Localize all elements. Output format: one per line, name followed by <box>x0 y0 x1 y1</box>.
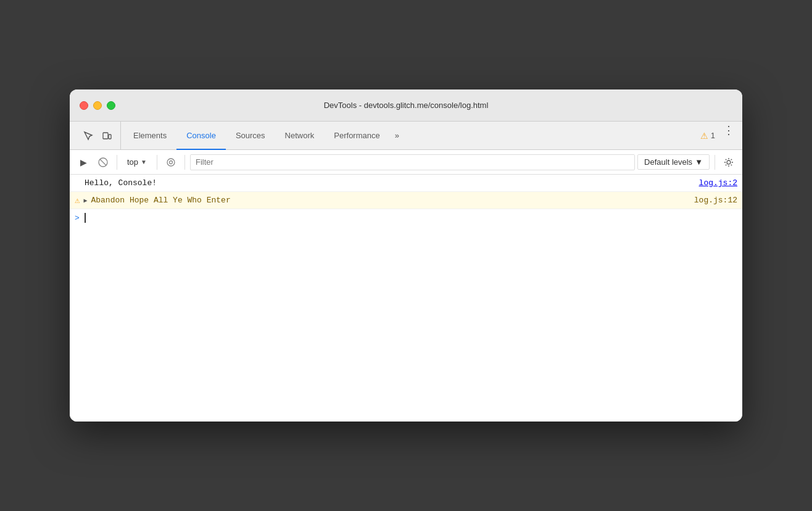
tab-elements[interactable]: Elements <box>123 122 176 150</box>
warning-link-1[interactable]: log.js:12 <box>694 196 737 205</box>
svg-point-4 <box>167 159 175 166</box>
console-content: Hello, Console! log.js:2 ⚠ ▶ Abandon Hop… <box>70 175 742 422</box>
toolbar-divider-4 <box>715 155 715 170</box>
tab-sources[interactable]: Sources <box>226 122 275 150</box>
warning-row-icon: ⚠ <box>75 195 80 206</box>
svg-line-3 <box>100 159 106 165</box>
svg-point-5 <box>169 160 172 164</box>
log-link-1[interactable]: log.js:2 <box>699 178 737 188</box>
toolbar-divider-3 <box>184 155 185 170</box>
devtools-menu-button[interactable]: ⋮ <box>720 122 737 139</box>
toolbar-divider-1 <box>117 155 117 170</box>
minimize-button[interactable] <box>93 101 102 110</box>
devtools-window: DevTools - devtools.glitch.me/console/lo… <box>70 89 742 422</box>
context-dropdown-arrow-icon: ▼ <box>141 159 147 165</box>
toolbar-icon-group <box>75 122 121 149</box>
title-bar: DevTools - devtools.glitch.me/console/lo… <box>70 89 742 122</box>
preserve-log-button[interactable] <box>162 154 180 171</box>
maximize-button[interactable] <box>107 101 115 110</box>
toolbar-divider-2 <box>157 155 157 170</box>
clear-console-button[interactable] <box>94 154 112 171</box>
tab-console[interactable]: Console <box>176 122 226 150</box>
log-levels-button[interactable]: Default levels ▼ <box>637 154 710 170</box>
context-selector[interactable]: top ▼ <box>122 156 152 168</box>
device-toolbar-button[interactable] <box>98 127 115 144</box>
warning-icon: ⚠ <box>700 131 708 141</box>
close-button[interactable] <box>80 101 88 110</box>
console-log-row-1: Hello, Console! log.js:2 <box>70 175 742 192</box>
svg-rect-1 <box>109 135 111 139</box>
log-message-1: Hello, Console! <box>85 178 157 188</box>
console-cursor <box>85 213 86 223</box>
window-title: DevTools - devtools.glitch.me/console/lo… <box>324 101 489 110</box>
tab-network[interactable]: Network <box>275 122 325 150</box>
traffic-lights <box>80 101 115 110</box>
console-settings-button[interactable] <box>720 154 737 171</box>
warning-message-1: Abandon Hope All Ye Who Enter <box>91 196 230 205</box>
expand-arrow-icon[interactable]: ▶ <box>83 197 87 204</box>
levels-dropdown-icon: ▼ <box>695 157 703 167</box>
devtools-tab-bar: Elements Console Sources Network Perform… <box>70 122 742 150</box>
show-console-sidebar-button[interactable]: ▶ <box>75 154 92 171</box>
filter-input[interactable] <box>190 154 635 170</box>
console-warning-row-1: ⚠ ▶ Abandon Hope All Ye Who Enter log.js… <box>70 192 742 209</box>
console-toolbar: ▶ top ▼ Default levels ▼ <box>70 150 742 175</box>
console-prompt-icon: > <box>75 214 80 223</box>
tab-performance[interactable]: Performance <box>324 122 389 150</box>
more-tabs-button[interactable]: » <box>390 122 404 149</box>
warnings-button[interactable]: ⚠ 1 <box>695 122 720 149</box>
svg-rect-0 <box>103 133 108 139</box>
console-input-row[interactable]: > <box>70 209 742 226</box>
inspect-element-button[interactable] <box>80 127 97 144</box>
